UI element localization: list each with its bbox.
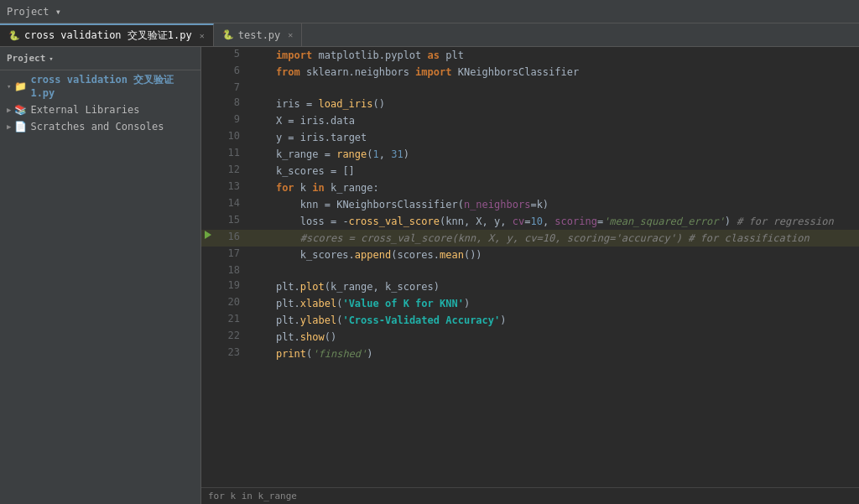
line-num-13: 13 [215, 179, 248, 192]
tab-close-1[interactable]: ✕ [200, 31, 205, 40]
tab-label-1: cross validation 交叉验证1.py [24, 29, 192, 43]
line-num-16: 16 [215, 230, 248, 242]
line-content-12: k_scores = [] [248, 163, 859, 179]
line-num-18: 18 [215, 263, 248, 276]
tab-cross-validation[interactable]: 🐍 cross validation 交叉验证1.py ✕ [0, 23, 214, 46]
line-num-6: 6 [215, 64, 248, 76]
main-area: Project ▾ ▾ 📁 cross validation 交叉验证1.py … [0, 47, 859, 504]
library-icon: 📚 [14, 104, 27, 116]
line-content-13: for k in k_range: [248, 179, 859, 196]
line-num-14: 14 [215, 196, 248, 209]
code-line-20: 20 plt.xlabel('Value of K for KNN') [201, 295, 859, 312]
py-icon-2: 🐍 [222, 29, 234, 40]
line-num-15: 15 [215, 213, 248, 226]
line-num-19: 19 [215, 278, 248, 291]
scratch-icon: 📄 [14, 121, 27, 132]
code-line-17: 17 k_scores.append(scores.mean()) [201, 247, 859, 263]
tab-close-2[interactable]: ✕ [288, 30, 293, 39]
sidebar-label-external-libraries: External Libraries [30, 104, 139, 116]
line-num-20: 20 [215, 295, 248, 308]
code-line-6: 6 from sklearn.neighbors import KNeighbo… [201, 64, 859, 81]
py-icon: 🐍 [8, 30, 20, 41]
line-num-10: 10 [215, 129, 248, 142]
code-line-14: 14 knn = KNeighborsClassifier(n_neighbor… [201, 196, 859, 213]
line-num-7: 7 [215, 81, 248, 93]
code-line-18: 18 [201, 263, 859, 278]
gutter-16 [201, 230, 215, 240]
arrow-icon-scratch: ▶ [7, 122, 11, 131]
code-line-23: 23 print('finshed') [201, 346, 859, 362]
code-line-13: 13 for k in k_range: [201, 179, 859, 196]
line-content-9: X = iris.data [248, 112, 859, 129]
line-content-19: plt.plot(k_range, k_scores) [248, 278, 859, 295]
line-content-15: loss = -cross_val_score(knn, X, y, cv=10… [248, 213, 859, 230]
line-content-6: from sklearn.neighbors import KNeighbors… [248, 64, 859, 81]
svg-marker-0 [205, 231, 211, 239]
sidebar-label-scratches: Scratches and Consoles [30, 121, 164, 132]
line-num-17: 17 [215, 247, 248, 259]
code-line-7: 7 [201, 81, 859, 96]
breadcrumb: for k in k_range [201, 487, 859, 504]
code-line-9: 9 X = iris.data [201, 112, 859, 129]
arrow-icon-lib: ▶ [7, 106, 11, 114]
line-num-9: 9 [215, 112, 248, 125]
top-bar: Project ▾ [0, 0, 859, 23]
sidebar-item-cross-validation[interactable]: ▾ 📁 cross validation 交叉验证1.py [0, 70, 200, 101]
sidebar-title: Project [7, 53, 45, 64]
sidebar-item-scratches[interactable]: ▶ 📄 Scratches and Consoles [0, 118, 200, 135]
code-line-11: 11 k_range = range(1, 31) [201, 146, 859, 163]
tab-test[interactable]: 🐍 test.py ✕ [214, 23, 303, 46]
breadcrumb-text: for k in k_range [208, 491, 297, 501]
run-arrow-icon [203, 230, 213, 240]
code-line-8: 8 iris = load_iris() [201, 96, 859, 112]
project-label[interactable]: Project ▾ [7, 6, 61, 18]
line-num-23: 23 [215, 346, 248, 358]
line-content-18 [248, 263, 859, 265]
line-content-5: import matplotlib.pyplot as plt [248, 47, 859, 64]
code-line-5: 5 import matplotlib.pyplot as plt [201, 47, 859, 64]
code-line-21: 21 plt.ylabel('Cross-Validated Accuracy'… [201, 312, 859, 329]
line-content-17: k_scores.append(scores.mean()) [248, 247, 859, 263]
sidebar: Project ▾ ▾ 📁 cross validation 交叉验证1.py … [0, 47, 201, 504]
code-line-15: 15 loss = -cross_val_score(knn, X, y, cv… [201, 213, 859, 230]
line-content-7 [248, 81, 859, 82]
line-content-22: plt.show() [248, 329, 859, 346]
code-line-16: 16 #scores = cross_val_score(knn, X, y, … [201, 230, 859, 247]
editor: 5 import matplotlib.pyplot as plt 6 from… [201, 47, 859, 504]
line-content-8: iris = load_iris() [248, 96, 859, 112]
code-line-22: 22 plt.show() [201, 329, 859, 346]
line-content-21: plt.ylabel('Cross-Validated Accuracy') [248, 312, 859, 329]
line-num-5: 5 [215, 47, 248, 60]
code-line-10: 10 y = iris.target [201, 129, 859, 146]
sidebar-item-external-libraries[interactable]: ▶ 📚 External Libraries [0, 101, 200, 118]
line-content-14: knn = KNeighborsClassifier(n_neighbors=k… [248, 196, 859, 213]
line-num-21: 21 [215, 312, 248, 325]
sidebar-header[interactable]: Project ▾ [0, 47, 200, 70]
arrow-icon: ▾ [7, 82, 11, 91]
chevron-down-icon: ▾ [49, 55, 53, 63]
line-content-23: print('finshed') [248, 346, 859, 362]
code-line-12: 12 k_scores = [] [201, 163, 859, 179]
line-num-11: 11 [215, 146, 248, 158]
line-content-16: #scores = cross_val_score(knn, X, y, cv=… [248, 230, 859, 247]
tab-label-2: test.py [238, 29, 281, 41]
code-line-19: 19 plt.plot(k_range, k_scores) [201, 278, 859, 295]
tab-bar: 🐍 cross validation 交叉验证1.py ✕ 🐍 test.py … [0, 23, 859, 47]
folder-icon: 📁 [14, 81, 27, 92]
line-content-11: k_range = range(1, 31) [248, 146, 859, 163]
line-num-12: 12 [215, 163, 248, 175]
line-num-8: 8 [215, 96, 248, 108]
code-area[interactable]: 5 import matplotlib.pyplot as plt 6 from… [201, 47, 859, 487]
line-content-20: plt.xlabel('Value of K for KNN') [248, 295, 859, 312]
line-content-10: y = iris.target [248, 129, 859, 146]
sidebar-label-cross-validation: cross validation 交叉验证1.py [30, 73, 194, 99]
line-num-22: 22 [215, 329, 248, 341]
